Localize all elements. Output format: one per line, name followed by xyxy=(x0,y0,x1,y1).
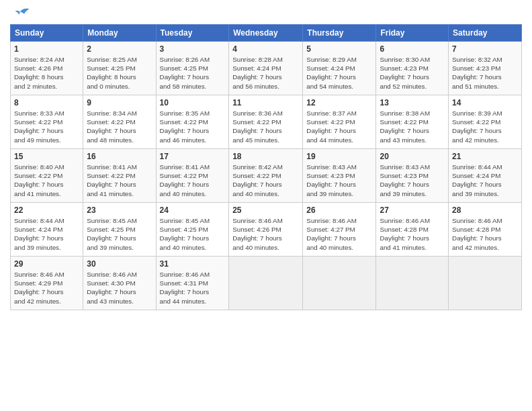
page: Sunday Monday Tuesday Wednesday Thursday… xyxy=(0,0,532,411)
calendar-cell: 14Sunrise: 8:39 AMSunset: 4:22 PMDayligh… xyxy=(449,95,522,149)
calendar-cell: 15Sunrise: 8:40 AMSunset: 4:22 PMDayligh… xyxy=(11,149,83,203)
day-info: Sunrise: 8:33 AMSunset: 4:22 PMDaylight:… xyxy=(14,109,79,144)
calendar-cell: 1Sunrise: 8:24 AMSunset: 4:26 PMDaylight… xyxy=(11,42,83,95)
calendar-cell: 30Sunrise: 8:46 AMSunset: 4:30 PMDayligh… xyxy=(83,257,156,310)
day-info: Sunrise: 8:26 AMSunset: 4:25 PMDaylight:… xyxy=(160,55,226,91)
calendar-cell: 7Sunrise: 8:32 AMSunset: 4:23 PMDaylight… xyxy=(449,42,522,95)
day-info: Sunrise: 8:35 AMSunset: 4:22 PMDaylight:… xyxy=(160,109,226,144)
calendar-cell: 26Sunrise: 8:46 AMSunset: 4:27 PMDayligh… xyxy=(303,203,376,257)
calendar-cell: 4Sunrise: 8:28 AMSunset: 4:24 PMDaylight… xyxy=(229,42,303,95)
day-number: 5 xyxy=(306,44,372,54)
day-number: 11 xyxy=(232,98,299,107)
day-number: 31 xyxy=(160,259,226,269)
day-info: Sunrise: 8:46 AMSunset: 4:28 PMDaylight:… xyxy=(452,216,518,252)
day-info: Sunrise: 8:29 AMSunset: 4:24 PMDaylight:… xyxy=(306,55,372,91)
day-number: 15 xyxy=(14,152,79,161)
calendar-cell: 17Sunrise: 8:41 AMSunset: 4:22 PMDayligh… xyxy=(156,149,229,203)
calendar-week-row: 8Sunrise: 8:33 AMSunset: 4:22 PMDaylight… xyxy=(11,95,522,149)
calendar-cell: 22Sunrise: 8:44 AMSunset: 4:24 PMDayligh… xyxy=(11,203,83,257)
logo-bird-icon xyxy=(10,7,30,20)
day-info: Sunrise: 8:38 AMSunset: 4:22 PMDaylight:… xyxy=(380,109,445,144)
day-info: Sunrise: 8:42 AMSunset: 4:22 PMDaylight:… xyxy=(232,163,299,198)
calendar-cell: 2Sunrise: 8:25 AMSunset: 4:25 PMDaylight… xyxy=(83,42,156,95)
header-monday: Monday xyxy=(83,25,156,42)
day-number: 26 xyxy=(306,205,372,215)
day-number: 10 xyxy=(160,98,226,107)
calendar-cell: 6Sunrise: 8:30 AMSunset: 4:23 PMDaylight… xyxy=(376,42,449,95)
calendar-cell: 31Sunrise: 8:46 AMSunset: 4:31 PMDayligh… xyxy=(156,257,229,310)
day-number: 29 xyxy=(14,259,79,269)
day-info: Sunrise: 8:41 AMSunset: 4:22 PMDaylight:… xyxy=(87,163,152,198)
day-number: 12 xyxy=(306,98,372,107)
day-info: Sunrise: 8:36 AMSunset: 4:22 PMDaylight:… xyxy=(232,109,299,144)
day-number: 21 xyxy=(452,152,518,161)
day-number: 6 xyxy=(380,44,445,54)
calendar-cell: 21Sunrise: 8:44 AMSunset: 4:24 PMDayligh… xyxy=(449,149,522,203)
calendar-cell: 24Sunrise: 8:45 AMSunset: 4:25 PMDayligh… xyxy=(156,203,229,257)
calendar-week-row: 15Sunrise: 8:40 AMSunset: 4:22 PMDayligh… xyxy=(11,149,522,203)
calendar-cell: 23Sunrise: 8:45 AMSunset: 4:25 PMDayligh… xyxy=(83,203,156,257)
calendar-cell: 12Sunrise: 8:37 AMSunset: 4:22 PMDayligh… xyxy=(303,95,376,149)
day-number: 25 xyxy=(232,205,299,215)
day-number: 16 xyxy=(87,152,152,161)
calendar-cell: 16Sunrise: 8:41 AMSunset: 4:22 PMDayligh… xyxy=(83,149,156,203)
calendar-week-row: 1Sunrise: 8:24 AMSunset: 4:26 PMDaylight… xyxy=(11,42,522,95)
header-thursday: Thursday xyxy=(303,25,376,42)
calendar-cell: 10Sunrise: 8:35 AMSunset: 4:22 PMDayligh… xyxy=(156,95,229,149)
calendar-cell: 11Sunrise: 8:36 AMSunset: 4:22 PMDayligh… xyxy=(229,95,303,149)
calendar-week-row: 29Sunrise: 8:46 AMSunset: 4:29 PMDayligh… xyxy=(11,257,522,310)
calendar-cell xyxy=(449,257,522,310)
day-info: Sunrise: 8:30 AMSunset: 4:23 PMDaylight:… xyxy=(380,55,445,91)
calendar-cell: 28Sunrise: 8:46 AMSunset: 4:28 PMDayligh… xyxy=(449,203,522,257)
calendar-cell: 9Sunrise: 8:34 AMSunset: 4:22 PMDaylight… xyxy=(83,95,156,149)
day-number: 18 xyxy=(232,152,299,161)
calendar-week-row: 22Sunrise: 8:44 AMSunset: 4:24 PMDayligh… xyxy=(11,203,522,257)
calendar-cell: 27Sunrise: 8:46 AMSunset: 4:28 PMDayligh… xyxy=(376,203,449,257)
day-info: Sunrise: 8:43 AMSunset: 4:23 PMDaylight:… xyxy=(380,163,445,198)
day-number: 1 xyxy=(14,44,79,54)
day-info: Sunrise: 8:46 AMSunset: 4:30 PMDaylight:… xyxy=(87,270,152,306)
day-number: 27 xyxy=(380,205,445,215)
day-number: 4 xyxy=(232,44,299,54)
day-info: Sunrise: 8:46 AMSunset: 4:28 PMDaylight:… xyxy=(380,216,445,252)
calendar-cell: 5Sunrise: 8:29 AMSunset: 4:24 PMDaylight… xyxy=(303,42,376,95)
calendar-cell xyxy=(229,257,303,310)
day-number: 14 xyxy=(452,98,518,107)
day-number: 22 xyxy=(14,205,79,215)
calendar-cell: 29Sunrise: 8:46 AMSunset: 4:29 PMDayligh… xyxy=(11,257,83,310)
day-number: 30 xyxy=(87,259,152,269)
calendar-cell xyxy=(303,257,376,310)
day-number: 7 xyxy=(452,44,518,54)
day-info: Sunrise: 8:46 AMSunset: 4:27 PMDaylight:… xyxy=(306,216,372,252)
day-number: 13 xyxy=(380,98,445,107)
day-info: Sunrise: 8:45 AMSunset: 4:25 PMDaylight:… xyxy=(160,216,226,252)
day-info: Sunrise: 8:40 AMSunset: 4:22 PMDaylight:… xyxy=(14,163,79,198)
header-saturday: Saturday xyxy=(449,25,522,42)
day-number: 19 xyxy=(306,152,372,161)
calendar-cell: 13Sunrise: 8:38 AMSunset: 4:22 PMDayligh… xyxy=(376,95,449,149)
day-info: Sunrise: 8:43 AMSunset: 4:23 PMDaylight:… xyxy=(306,163,372,198)
header xyxy=(10,7,522,20)
calendar-cell: 8Sunrise: 8:33 AMSunset: 4:22 PMDaylight… xyxy=(11,95,83,149)
day-info: Sunrise: 8:44 AMSunset: 4:24 PMDaylight:… xyxy=(14,216,79,252)
calendar-cell xyxy=(376,257,449,310)
calendar-cell: 20Sunrise: 8:43 AMSunset: 4:23 PMDayligh… xyxy=(376,149,449,203)
day-number: 3 xyxy=(160,44,226,54)
day-info: Sunrise: 8:25 AMSunset: 4:25 PMDaylight:… xyxy=(87,55,152,91)
header-sunday: Sunday xyxy=(11,25,83,42)
day-info: Sunrise: 8:46 AMSunset: 4:31 PMDaylight:… xyxy=(160,270,226,306)
day-number: 23 xyxy=(87,205,152,215)
header-wednesday: Wednesday xyxy=(229,25,303,42)
day-number: 9 xyxy=(87,98,152,107)
day-info: Sunrise: 8:45 AMSunset: 4:25 PMDaylight:… xyxy=(87,216,152,252)
header-friday: Friday xyxy=(376,25,449,42)
day-number: 20 xyxy=(380,152,445,161)
day-info: Sunrise: 8:46 AMSunset: 4:26 PMDaylight:… xyxy=(232,216,299,252)
day-info: Sunrise: 8:44 AMSunset: 4:24 PMDaylight:… xyxy=(452,163,518,198)
day-info: Sunrise: 8:24 AMSunset: 4:26 PMDaylight:… xyxy=(14,55,79,91)
calendar-cell: 19Sunrise: 8:43 AMSunset: 4:23 PMDayligh… xyxy=(303,149,376,203)
day-number: 8 xyxy=(14,98,79,107)
day-info: Sunrise: 8:32 AMSunset: 4:23 PMDaylight:… xyxy=(452,55,518,91)
calendar-cell: 25Sunrise: 8:46 AMSunset: 4:26 PMDayligh… xyxy=(229,203,303,257)
header-tuesday: Tuesday xyxy=(156,25,229,42)
